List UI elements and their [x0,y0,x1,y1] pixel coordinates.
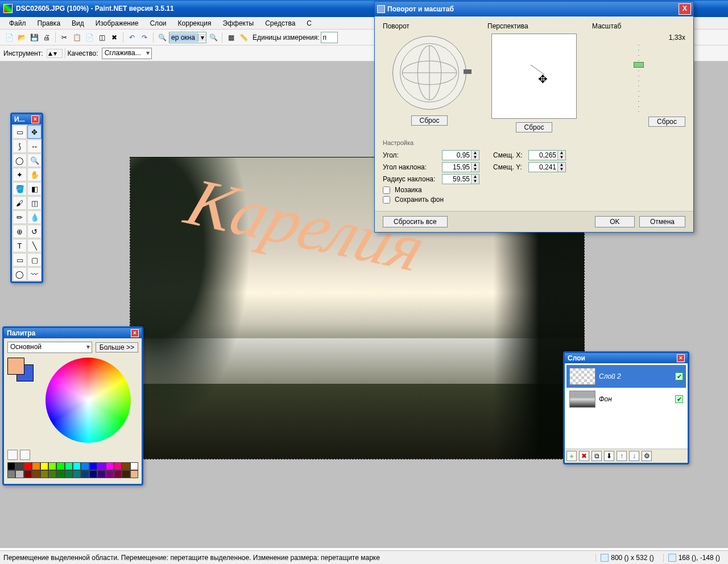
close-icon[interactable]: × [131,329,139,337]
gradient-tool[interactable]: ◧ [27,182,42,196]
clone-tool[interactable]: ⊕ [13,225,27,238]
palette-swatch[interactable] [15,470,23,478]
quality-combo[interactable]: Сглажива... [102,48,152,59]
cancel-button[interactable]: Отмена [639,216,685,227]
offset-y-input[interactable]: ▲▼ [528,162,566,172]
zoom-input[interactable] [169,33,198,42]
delete-layer-button[interactable]: ✖ [579,451,589,461]
spin-buttons[interactable]: ▲▼ [471,163,479,172]
slider-thumb[interactable] [634,62,644,68]
perspective-reset-button[interactable]: Сброс [516,122,553,132]
redo-button[interactable]: ↷ [139,32,150,43]
palette-swatch[interactable] [114,470,122,478]
layers-window-header[interactable]: Слои × [565,353,688,363]
palette-swatch[interactable] [7,470,15,478]
zoom-in-button[interactable]: 🔍 [208,32,219,43]
palette-swatch[interactable] [56,462,64,470]
color-mode-combo[interactable]: Основной [7,342,92,353]
palette-swatch[interactable] [89,470,97,478]
scale-slider[interactable] [636,45,642,113]
save-button[interactable]: 💾 [28,32,40,43]
ok-button[interactable]: OK [595,216,635,227]
layer-props-button[interactable]: ⚙ [642,451,652,461]
palette-swatches[interactable] [7,462,138,478]
add-layer-button[interactable]: ＋ [566,451,577,461]
pencil-tool[interactable]: ✏ [13,210,27,224]
layer-row[interactable]: Слой 2 ✔ [566,365,686,388]
palette-swatch[interactable] [97,470,105,478]
menu-image[interactable]: Изображение [90,18,144,28]
tile-checkbox[interactable] [383,186,390,194]
palette-swatch[interactable] [81,470,89,478]
palette-swatch[interactable] [73,470,81,478]
fill-tool[interactable]: 🪣 [13,182,27,196]
lasso-tool[interactable]: ⟆ [13,139,27,153]
units-combo[interactable]: п [321,32,338,43]
menu-view[interactable]: Вид [66,18,90,28]
palette-swatch[interactable] [40,462,48,470]
palette-swatch[interactable] [32,462,40,470]
palette-swatch[interactable] [122,470,130,478]
move-up-button[interactable]: ↑ [617,451,627,461]
palette-swatch[interactable] [48,462,56,470]
move-selection-tool[interactable]: ✥ [27,125,42,139]
palette-swatch[interactable] [89,462,97,470]
layers-window[interactable]: Слои × Слой 2 ✔ Фон ✔ ＋ ✖ ⧉ ⬇ ↑ ↓ ⚙ [563,351,689,465]
paste-button[interactable]: 📄 [84,32,95,43]
move-down-button[interactable]: ↓ [629,451,639,461]
palette-swatch[interactable] [15,462,23,470]
dialog-titlebar[interactable]: Поворот и масштаб X [375,2,693,16]
zoom-combo[interactable]: ▾ [169,32,206,43]
zoom-out-button[interactable]: 🔍 [156,32,168,43]
menu-clipped[interactable]: С [301,18,317,28]
ruler-button[interactable]: 📏 [238,32,249,43]
spin-buttons[interactable]: ▲▼ [557,163,565,172]
tilt-angle-input[interactable]: ▲▼ [442,162,479,172]
palette-swatch[interactable] [56,470,64,478]
palette-swatch[interactable] [73,462,81,470]
fgbg-swatches[interactable] [7,358,34,443]
palette-swatch[interactable] [65,462,73,470]
menu-adjust[interactable]: Коррекция [172,18,217,28]
scale-reset-button[interactable]: Сброс [648,117,685,127]
palette-swatch[interactable] [24,462,32,470]
rounded-rect-tool[interactable]: ▢ [27,253,42,267]
palette-swatch[interactable] [81,462,89,470]
palette-swatch[interactable] [130,470,138,478]
keep-bg-checkbox[interactable] [383,196,390,204]
palette-swatch[interactable] [130,462,138,470]
zoom-dropdown-button[interactable]: ▾ [198,34,206,42]
eraser-tool[interactable]: ◫ [27,196,42,210]
rect-select-tool[interactable]: ▭ [13,125,27,139]
freeform-tool[interactable]: 〰 [27,267,42,281]
palette-swatch[interactable] [24,470,32,478]
add-color-button[interactable] [7,450,18,460]
rect-tool[interactable]: ▭ [13,253,27,267]
manage-palette-button[interactable] [20,450,30,460]
menu-file[interactable]: Файл [3,18,32,28]
layer-visible-checkbox[interactable]: ✔ [675,395,683,403]
rotate-ball[interactable] [392,36,466,110]
perspective-handle[interactable]: ✥ [538,72,548,86]
rotate-reset-button[interactable]: Сброс [411,115,448,126]
merge-down-button[interactable]: ⬇ [604,451,614,461]
palette-swatch[interactable] [40,470,48,478]
menu-effects[interactable]: Эффекты [217,18,260,28]
more-button[interactable]: Больше >> [96,342,138,353]
recolor-tool[interactable]: ↺ [27,225,42,238]
ellipse-tool[interactable]: ◯ [13,267,27,281]
picker-tool[interactable]: 💧 [27,210,42,224]
close-icon[interactable]: × [31,115,39,123]
cut-button[interactable]: ✂ [59,32,70,43]
new-button[interactable]: 📄 [3,32,15,43]
grid-button[interactable]: ▦ [225,32,237,43]
tools-window[interactable]: И... × ▭ ✥ ⟆ ↔ ◯ 🔍 ✦ ✋ 🪣 ◧ 🖌 ◫ ✏ 💧 ⊕ ↺ T… [10,113,43,283]
open-button[interactable]: 📂 [16,32,27,43]
palette-swatch[interactable] [97,462,105,470]
close-icon[interactable]: × [677,354,685,362]
spin-buttons[interactable]: ▲▼ [471,175,479,184]
wand-tool[interactable]: ✦ [13,168,27,181]
tools-window-header[interactable]: И... × [12,114,42,125]
close-icon[interactable]: X [679,3,691,15]
copy-button[interactable]: 📋 [71,32,82,43]
